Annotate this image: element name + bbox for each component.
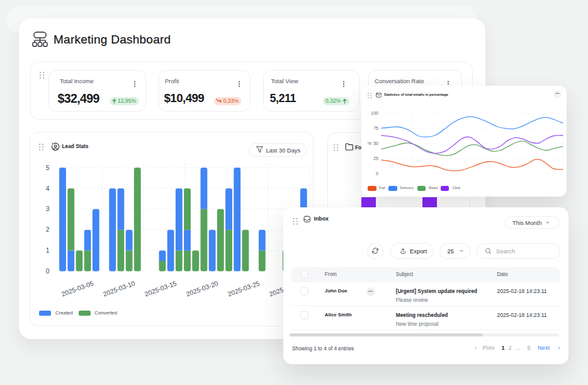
svg-text:2025-03-05: 2025-03-05 bbox=[60, 280, 94, 298]
svg-text:2025-03-20: 2025-03-20 bbox=[185, 280, 219, 298]
svg-text:50: 50 bbox=[373, 141, 378, 146]
svg-text:2025-03-10: 2025-03-10 bbox=[102, 280, 136, 298]
svg-text:100: 100 bbox=[371, 111, 378, 115]
svg-text:25: 25 bbox=[373, 156, 378, 161]
svg-text:2: 2 bbox=[46, 226, 50, 233]
svg-text:2025-03-25: 2025-03-25 bbox=[227, 280, 261, 298]
svg-text:0: 0 bbox=[376, 171, 378, 176]
svg-text:75: 75 bbox=[373, 126, 378, 130]
svg-text:5: 5 bbox=[46, 164, 50, 171]
svg-text:%: % bbox=[368, 141, 371, 146]
svg-text:3: 3 bbox=[46, 205, 50, 212]
svg-text:2025-03-15: 2025-03-15 bbox=[144, 280, 178, 298]
svg-text:0: 0 bbox=[46, 268, 50, 275]
svg-text:1: 1 bbox=[46, 247, 50, 254]
svg-text:4: 4 bbox=[46, 185, 50, 192]
